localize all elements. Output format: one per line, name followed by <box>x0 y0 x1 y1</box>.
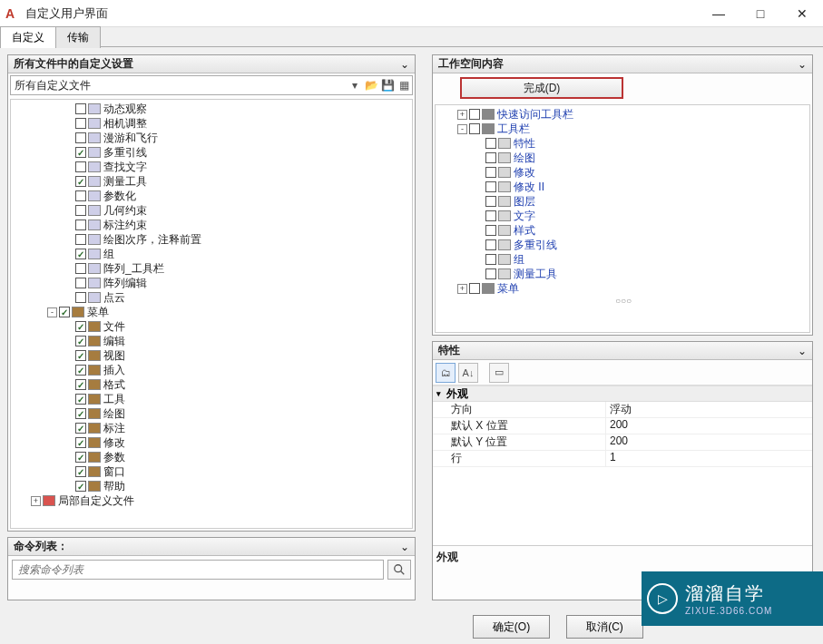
custom-tree-item[interactable]: 标注 <box>11 421 412 435</box>
checkbox[interactable] <box>485 196 496 207</box>
custom-tree-item[interactable]: +局部自定义文件 <box>11 493 412 508</box>
custom-tree-item[interactable]: 格式 <box>11 377 412 392</box>
ws-tree-item[interactable]: 修改 <box>437 165 809 180</box>
custom-tree-item[interactable]: 参数 <box>11 450 412 464</box>
collapse-icon[interactable]: ⌄ <box>400 58 409 71</box>
ws-tree-item[interactable]: 绘图 <box>437 151 809 165</box>
custom-tree-item[interactable]: 阵列编辑 <box>11 276 412 290</box>
property-grid[interactable]: ▾外观方向浮动默认 X 位置200默认 Y 位置200行1 <box>433 385 812 545</box>
property-category[interactable]: ▾外观 <box>433 385 812 402</box>
checkbox[interactable] <box>75 234 86 245</box>
ws-tree-item[interactable]: 组 <box>437 252 809 267</box>
more-icon[interactable]: ▦ <box>396 79 412 92</box>
custom-tree-item[interactable]: -菜单 <box>11 305 412 319</box>
ws-tree-item[interactable]: 文字 <box>437 209 809 223</box>
property-row[interactable]: 默认 Y 位置200 <box>433 434 812 451</box>
resize-grip-icon[interactable]: ○○○ <box>437 296 809 306</box>
checkbox[interactable] <box>469 283 480 294</box>
custom-tree-item[interactable]: 参数化 <box>11 189 412 203</box>
checkbox[interactable] <box>75 292 86 303</box>
tab-transfer[interactable]: 传输 <box>55 26 101 48</box>
custom-tree-item[interactable]: 标注约束 <box>11 218 412 232</box>
custom-tree-item[interactable]: 相机调整 <box>11 116 412 131</box>
checkbox[interactable] <box>75 321 86 332</box>
property-row[interactable]: 默认 X 位置200 <box>433 418 812 434</box>
checkbox[interactable] <box>75 176 86 187</box>
ws-tree-item[interactable]: -工具栏 <box>437 122 809 136</box>
checkbox[interactable] <box>469 123 480 134</box>
custom-tree-item[interactable]: 修改 <box>11 435 412 450</box>
prop-pages-button[interactable]: ▭ <box>489 363 509 383</box>
checkbox[interactable] <box>75 466 86 477</box>
ok-button[interactable]: 确定(O) <box>473 615 550 639</box>
command-search-input[interactable] <box>12 560 384 580</box>
ws-tree-item[interactable]: +菜单 <box>437 281 809 296</box>
checkbox[interactable] <box>75 437 86 448</box>
checkbox[interactable] <box>485 268 496 279</box>
checkbox[interactable] <box>75 147 86 158</box>
checkbox[interactable] <box>75 161 86 172</box>
ws-tree-item[interactable]: 图层 <box>437 194 809 209</box>
cancel-button[interactable]: 取消(C) <box>566 615 643 639</box>
property-value[interactable]: 200 <box>605 434 812 450</box>
checkbox[interactable] <box>75 278 86 288</box>
ws-tree-item[interactable]: 样式 <box>437 223 809 238</box>
expander-icon[interactable]: - <box>47 307 57 317</box>
checkbox[interactable] <box>469 109 480 120</box>
checkbox[interactable] <box>75 365 86 376</box>
expander-icon[interactable]: + <box>31 496 41 506</box>
expander-icon[interactable]: - <box>457 124 467 134</box>
checkbox[interactable] <box>75 408 86 419</box>
property-value[interactable]: 200 <box>605 418 812 434</box>
checkbox[interactable] <box>75 190 86 201</box>
ws-tree-item[interactable]: 测量工具 <box>437 267 809 281</box>
custom-tree-item[interactable]: 组 <box>11 247 412 261</box>
custom-tree-item[interactable]: 点云 <box>11 290 412 305</box>
checkbox[interactable] <box>485 167 496 178</box>
open-icon[interactable]: 📂 <box>363 79 379 92</box>
checkbox[interactable] <box>485 254 496 265</box>
custom-tree-item[interactable]: 测量工具 <box>11 174 412 189</box>
checkbox[interactable] <box>75 249 86 259</box>
custom-tree-item[interactable]: 文件 <box>11 319 412 334</box>
checkbox[interactable] <box>485 152 496 163</box>
collapse-icon[interactable]: ⌄ <box>400 541 409 553</box>
tab-customize[interactable]: 自定义 <box>0 26 56 48</box>
collapse-icon[interactable]: ⌄ <box>798 58 807 71</box>
custom-tree-item[interactable]: 多重引线 <box>11 145 412 160</box>
checkbox[interactable] <box>485 239 496 250</box>
workspace-tree[interactable]: +快速访问工具栏-工具栏特性绘图修改修改 II图层文字样式多重引线组测量工具+菜… <box>435 104 810 333</box>
done-button[interactable]: 完成(D) <box>460 77 623 99</box>
checkbox[interactable] <box>75 394 86 405</box>
checkbox[interactable] <box>59 307 70 317</box>
custom-tree-item[interactable]: 视图 <box>11 348 412 363</box>
custom-tree-item[interactable]: 编辑 <box>11 334 412 348</box>
checkbox[interactable] <box>75 379 86 390</box>
custom-tree-item[interactable]: 插入 <box>11 363 412 377</box>
checkbox[interactable] <box>75 220 86 230</box>
checkbox[interactable] <box>75 118 86 129</box>
property-value[interactable]: 1 <box>605 451 812 466</box>
checkbox[interactable] <box>75 481 86 492</box>
checkbox[interactable] <box>75 350 86 361</box>
custom-tree-item[interactable]: 工具 <box>11 392 412 406</box>
left-tree[interactable]: 动态观察相机调整漫游和飞行多重引线查找文字测量工具参数化几何约束标注约束绘图次序… <box>10 99 413 529</box>
checkbox[interactable] <box>75 132 86 143</box>
expander-icon[interactable]: + <box>457 284 467 294</box>
checkbox[interactable] <box>75 205 86 216</box>
checkbox[interactable] <box>75 452 86 463</box>
custom-tree-item[interactable]: 绘图次序，注释前置 <box>11 232 412 247</box>
checkbox[interactable] <box>485 225 496 236</box>
checkbox[interactable] <box>75 263 86 274</box>
custom-tree-item[interactable]: 阵列_工具栏 <box>11 261 412 276</box>
checkbox[interactable] <box>485 210 496 221</box>
checkbox[interactable] <box>75 103 86 114</box>
checkbox[interactable] <box>75 336 86 346</box>
checkbox[interactable] <box>485 181 496 192</box>
maximize-button[interactable]: □ <box>740 0 781 27</box>
property-row[interactable]: 方向浮动 <box>433 402 812 418</box>
close-button[interactable]: ✕ <box>781 0 823 27</box>
dropdown-icon[interactable]: ▾ <box>347 79 363 92</box>
file-select-row[interactable]: 所有自定义文件 ▾ 📂 💾 ▦ <box>10 75 413 95</box>
custom-tree-item[interactable]: 帮助 <box>11 479 412 493</box>
